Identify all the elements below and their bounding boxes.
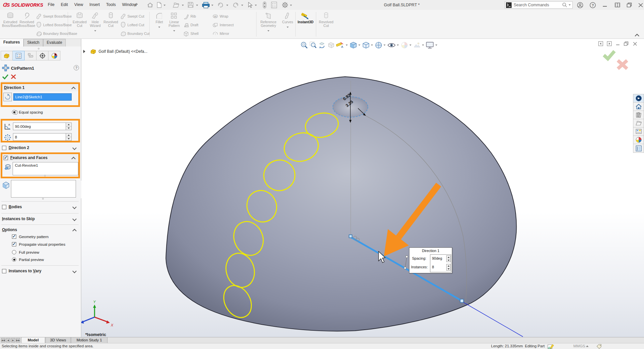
bodies-checkbox[interactable] [2,205,6,209]
hole-wizard-caret[interactable] [94,30,96,32]
tab-dimxpertmanager[interactable] [36,51,48,60]
close-icon[interactable] [638,2,644,8]
tab-displaymanager[interactable] [48,51,60,60]
view-settings-caret[interactable] [435,44,437,46]
magnetic-mate-icon[interactable] [262,1,267,9]
tab-configurationmanager[interactable] [25,51,36,60]
tree-root-label[interactable]: Golf Ball (Default) <<Defa... [99,49,147,54]
pm-ok-button[interactable] [2,74,9,80]
draft-button[interactable]: Draft [183,22,198,28]
tab-propertymanager[interactable] [13,51,25,60]
measure-button[interactable]: A [336,41,345,49]
tab-3d-views[interactable]: 3D Views [45,337,71,343]
options-header[interactable]: Options [0,226,80,234]
measure-caret[interactable] [346,44,348,46]
doc-minimize-icon[interactable] [615,41,620,46]
apply-scene-caret[interactable] [422,44,424,46]
tab-scroll-next[interactable]: ▶ [11,338,15,342]
zoom-fit-button[interactable] [300,41,308,49]
new-file-caret[interactable] [164,5,166,6]
confirm-cancel-watermark[interactable] [618,60,627,69]
tab-evaluate[interactable]: Evaluate [43,39,66,46]
tp-custom-properties-icon[interactable] [633,144,644,152]
tree-expand-icon[interactable] [83,49,86,53]
angle-field[interactable]: 90.00deg [13,123,66,130]
instances-skip-header[interactable]: Instances to Skip [0,215,80,223]
tab-sketch[interactable]: Sketch [24,39,43,46]
extruded-boss-button[interactable]: Extruded Boss/Base [2,11,19,28]
undo-caret[interactable] [226,5,228,6]
lofted-cut-button[interactable]: Lofted Cut [120,22,144,28]
features-to-pattern-listbox[interactable]: Cut-Revolve1 [13,162,78,175]
options-gear-icon[interactable] [282,2,288,8]
previous-view-button[interactable] [318,41,326,49]
tooltip-spacing-spinner[interactable] [446,255,451,262]
home-icon[interactable] [147,2,153,8]
status-sheet-icon[interactable] [547,344,554,349]
tp-appearances-icon[interactable] [633,136,644,144]
fillet-caret[interactable] [158,27,160,28]
tooltip-instances-spinner[interactable] [446,264,451,271]
geometry-pattern-checkbox[interactable] [12,234,16,239]
save-caret[interactable] [196,5,198,6]
features-faces-header[interactable]: Features and Faces [2,154,78,161]
lofted-boss-button[interactable]: Lofted Boss/Base [36,22,72,28]
angle-spinner[interactable] [66,123,72,130]
menu-tools[interactable]: Tools [105,2,117,7]
features-to-pattern-item[interactable]: Cut-Revolve1 [13,162,78,167]
status-tag-icon[interactable] [596,344,602,349]
confirm-ok-watermark[interactable] [604,51,614,59]
ribbon-collapse-icon[interactable] [634,33,640,37]
options-caret[interactable] [290,5,292,6]
section-view-button[interactable] [327,41,335,49]
hide-show-button[interactable] [387,41,396,49]
tab-featuremanager[interactable] [1,51,13,60]
feature-tree-root[interactable]: Golf Ball (Default) <<Defa... [83,48,147,55]
tab-scroll-prev[interactable]: ◀ [6,338,10,342]
direction2-checkbox[interactable] [2,146,6,150]
open-file-icon[interactable] [173,2,179,8]
open-file-caret[interactable] [182,5,184,6]
maximize-split-icon[interactable] [614,2,621,8]
fillet-button[interactable]: Fillet [151,11,168,30]
listbox-resize-dot[interactable] [44,175,46,176]
extruded-cut-button[interactable]: Extruded Cut [71,11,88,28]
redo-caret[interactable] [241,5,243,6]
tp-3dexperience-icon[interactable] [633,94,644,103]
tp-design-library-icon[interactable] [633,111,644,119]
graphics-viewport[interactable]: 0.92 3.25 [81,39,644,337]
direction1-header[interactable]: Direction 1 [2,84,78,91]
search-commands-input[interactable]: Search Commands [505,1,573,9]
faces-resize-dot[interactable] [42,198,44,200]
pin-icon[interactable] [133,2,139,8]
equal-spacing-radio[interactable] [12,110,16,114]
tp-home-icon[interactable] [633,103,644,111]
instant3d-button[interactable]: Instant3D [297,11,315,24]
hide-show-caret[interactable] [397,44,399,46]
wrap-button[interactable]: ab Wrap [212,13,228,20]
instances-vary-header[interactable]: Instances to Vary [0,267,80,275]
instances-skip-collapse-icon[interactable] [72,217,77,221]
partial-preview-radio[interactable] [12,257,16,262]
tp-file-explorer-icon[interactable] [633,119,644,128]
zoom-area-button[interactable] [309,41,317,49]
curves-caret[interactable] [287,27,289,28]
tooltip-spacing-value[interactable]: 90deg [432,256,442,260]
undo-icon[interactable] [217,2,224,8]
doc-prev-icon[interactable] [598,41,603,46]
direction1-reference-field[interactable]: Line2@Sketch1 [13,93,72,101]
display-style-button[interactable] [375,41,383,49]
revolved-boss-button[interactable]: Revolved Boss/Base [19,11,35,28]
reference-geometry-caret[interactable] [267,30,269,32]
units-caret[interactable] [586,345,589,347]
restore-icon[interactable] [626,2,633,8]
reverse-direction-button[interactable] [3,93,12,101]
linear-pattern-caret[interactable] [173,30,175,32]
apply-scene-button[interactable] [413,41,421,49]
boundary-boss-button[interactable]: Boundary Boss/Base [36,30,77,37]
status-units[interactable]: MMGS [573,344,585,348]
appearance-cube-caret[interactable] [358,44,360,46]
rib-button[interactable]: Rib [183,13,196,20]
hole-wizard-button[interactable]: Hole Wizard [87,11,104,34]
reference-geometry-button[interactable]: Reference Geometry [259,11,278,34]
